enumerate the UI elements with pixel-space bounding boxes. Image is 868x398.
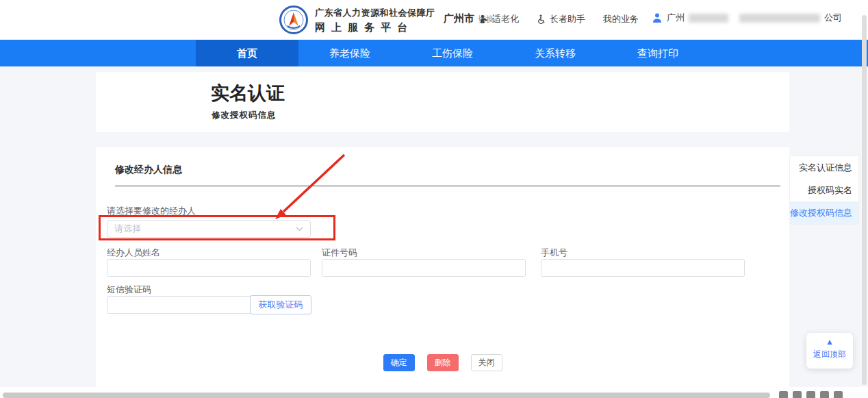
agent-name-label: 经办人员姓名: [107, 247, 160, 259]
confirm-button[interactable]: 确定: [383, 354, 415, 371]
user-name-suffix: 公司: [824, 12, 842, 24]
id-number-label: 证件号码: [322, 247, 357, 259]
chevron-down-icon: [296, 227, 303, 232]
site-header: 广东省人力资源和社会保障厅 网上服务平台 广州市切换 适老化 长者助手 我的业务: [0, 0, 868, 40]
redacted-name-block: [689, 14, 728, 23]
main-nav: 首页 养老保险 工伤保险 关系转移 查询打印: [0, 40, 868, 66]
nav-tab-query-print[interactable]: 查询打印: [607, 40, 709, 66]
back-to-top-button[interactable]: ▲ 返回顶部: [806, 333, 853, 369]
elder-mode-label: 适老化: [492, 13, 519, 25]
triangle-up-icon: ▲: [806, 338, 853, 346]
nav-tab-home[interactable]: 首页: [196, 40, 298, 66]
sms-code-label: 短信验证码: [107, 284, 151, 296]
current-city: 广州市: [444, 12, 474, 24]
platform-name: 网上服务平台: [315, 21, 445, 34]
agent-select-placeholder: 请选择: [107, 223, 296, 235]
header-links: 适老化 长者助手 我的业务: [479, 13, 639, 25]
user-avatar-icon: [652, 12, 663, 23]
section-title: 修改经办人信息: [115, 164, 182, 176]
page-subtitle: 修改授权码信息: [212, 110, 277, 121]
my-business-label: 我的业务: [603, 13, 639, 25]
page-anchor-sidebar: 实名认证信息 授权码实名 修改授权码信息: [789, 156, 859, 225]
nav-tab-injury-insurance[interactable]: 工伤保险: [401, 40, 504, 66]
ime-indicator-icons: [779, 391, 843, 398]
elder-mode-link[interactable]: 适老化: [479, 13, 519, 25]
agent-name-input[interactable]: [107, 259, 311, 277]
page-title-block: 实名认证 修改授权码信息: [96, 72, 789, 132]
id-number-input[interactable]: [322, 259, 526, 277]
sidebar-item-modify-authcode[interactable]: 修改授权码信息: [790, 201, 858, 224]
user-account[interactable]: 广州 公司: [652, 12, 842, 24]
close-button[interactable]: 关闭: [471, 354, 502, 371]
org-name: 广东省人力资源和社会保障厅: [315, 7, 445, 19]
senior-helper-link[interactable]: 长者助手: [537, 13, 585, 25]
nav-tab-relation-transfer[interactable]: 关系转移: [504, 40, 607, 66]
wheelchair-icon: [537, 14, 546, 24]
horizontal-scrollbar-thumb[interactable]: [3, 393, 770, 398]
phone-label: 手机号: [541, 247, 567, 259]
agent-select-label: 请选择要修改的经办人: [107, 205, 196, 217]
nav-tab-pension-insurance[interactable]: 养老保险: [298, 40, 401, 66]
agent-select-dropdown[interactable]: 请选择: [107, 220, 311, 238]
org-title: 广东省人力资源和社会保障厅 网上服务平台: [315, 7, 445, 34]
redacted-name-block: [739, 14, 820, 23]
vertical-scrollbar-thumb[interactable]: [862, 15, 867, 385]
sidebar-item-realname-info[interactable]: 实名认证信息: [790, 156, 858, 179]
back-to-top-label: 返回顶部: [806, 349, 853, 360]
page-title: 实名认证: [211, 81, 285, 105]
sidebar-item-authcode-realname[interactable]: 授权码实名: [790, 179, 858, 201]
phone-input[interactable]: [541, 259, 745, 277]
form-actions: 确定 删除 关闭: [96, 354, 789, 371]
form-panel: 修改经办人信息 请选择要修改的经办人 请选择 经办人员姓名 证件号码 手机号 短…: [96, 147, 789, 387]
get-sms-code-button[interactable]: 获取验证码: [250, 295, 311, 314]
section-divider: [115, 186, 780, 186]
elder-mode-icon: [479, 14, 489, 24]
delete-button[interactable]: 删除: [427, 354, 459, 371]
user-name-prefix: 广州: [667, 12, 685, 24]
senior-helper-label: 长者助手: [550, 13, 585, 25]
my-business-link[interactable]: 我的业务: [603, 13, 639, 25]
gov-logo-icon: [279, 5, 308, 34]
nav-items: 首页 养老保险 工伤保险 关系转移 查询打印: [196, 40, 709, 66]
